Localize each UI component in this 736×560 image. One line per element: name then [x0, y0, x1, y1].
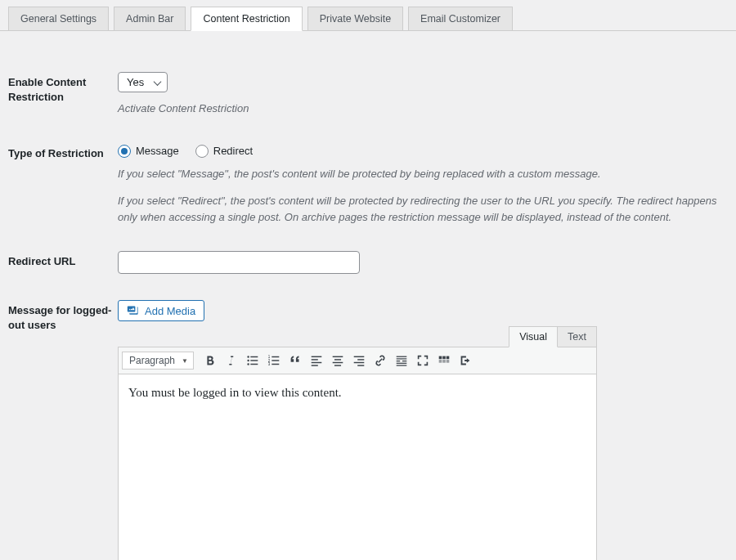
svg-point-4 [247, 363, 249, 365]
radio-circle-icon [195, 145, 209, 158]
svg-point-2 [247, 360, 249, 361]
svg-rect-28 [397, 363, 407, 364]
svg-rect-18 [333, 362, 343, 363]
editor-content-area[interactable]: You must be logged in to view this conte… [118, 374, 597, 560]
settings-tabs: General Settings Admin Bar Content Restr… [0, 0, 736, 31]
label-enable-content-restriction: Enable Content Restriction [8, 72, 118, 105]
align-right-button[interactable] [349, 351, 369, 370]
link-icon [373, 353, 388, 368]
label-type-of-restriction: Type of Restriction [8, 143, 118, 161]
radio-label-redirect: Redirect [213, 145, 253, 157]
svg-rect-1 [250, 356, 258, 357]
svg-rect-3 [250, 360, 258, 361]
svg-rect-30 [439, 356, 442, 360]
distraction-free-button[interactable] [456, 351, 475, 370]
editor-tab-text[interactable]: Text [558, 326, 597, 347]
align-center-button[interactable] [328, 351, 348, 370]
enable-content-restriction-select[interactable]: Yes [118, 72, 168, 92]
tab-admin-bar[interactable]: Admin Bar [114, 7, 186, 30]
bullet-list-icon [245, 353, 260, 368]
svg-rect-27 [402, 361, 406, 361]
numbered-list-button[interactable]: 123 [264, 351, 284, 370]
svg-rect-9 [272, 360, 279, 361]
row-type-of-restriction: Type of Restriction Message Redirect If … [8, 143, 728, 226]
help-enable-content-restriction: Activate Content Restriction [118, 101, 728, 117]
restriction-type-radio-group: Message Redirect [118, 143, 728, 158]
fullscreen-icon [415, 353, 430, 368]
svg-rect-24 [397, 356, 407, 357]
svg-rect-13 [312, 359, 318, 360]
italic-icon [224, 353, 239, 368]
row-message-logged-out: Message for logged-out users Add Media V… [8, 300, 728, 560]
bold-icon [203, 353, 218, 368]
svg-rect-32 [447, 356, 450, 360]
editor-tab-visual[interactable]: Visual [509, 326, 558, 347]
radio-redirect[interactable]: Redirect [195, 145, 253, 158]
editor-mode-tabs: Visual Text [118, 326, 597, 347]
radio-message[interactable]: Message [118, 145, 179, 158]
label-redirect-url: Redirect URL [8, 251, 118, 269]
add-media-icon [127, 304, 140, 317]
bold-button[interactable] [200, 351, 220, 370]
svg-rect-7 [272, 356, 279, 357]
svg-rect-16 [333, 356, 343, 357]
svg-rect-14 [312, 362, 322, 363]
editor-content-text: You must be logged in to view this conte… [128, 386, 342, 399]
align-right-icon [352, 353, 366, 368]
insert-more-button[interactable] [392, 351, 411, 370]
svg-rect-31 [442, 356, 446, 360]
blockquote-icon [288, 353, 303, 368]
add-media-button[interactable]: Add Media [118, 300, 204, 321]
wysiwyg-editor: Visual Text Paragraph 123 [118, 326, 597, 560]
editor-toolbar: Paragraph 123 [118, 347, 597, 374]
svg-rect-25 [397, 358, 407, 359]
toolbar-toggle-icon [437, 353, 451, 368]
tab-general-settings[interactable]: General Settings [8, 7, 109, 30]
svg-rect-23 [357, 365, 364, 365]
blockquote-button[interactable] [285, 351, 305, 370]
link-button[interactable] [370, 351, 390, 370]
insert-more-icon [394, 353, 409, 368]
svg-rect-34 [442, 360, 446, 363]
svg-rect-29 [397, 365, 407, 365]
svg-rect-21 [357, 359, 364, 360]
svg-rect-35 [447, 360, 450, 363]
svg-text:3: 3 [268, 362, 271, 366]
radio-circle-icon [118, 145, 131, 158]
align-left-button[interactable] [307, 351, 326, 370]
row-enable-content-restriction: Enable Content Restriction Yes Activate … [8, 72, 728, 117]
tab-panel-content-restriction: Enable Content Restriction Yes Activate … [0, 72, 736, 560]
svg-rect-22 [354, 362, 365, 363]
svg-rect-5 [250, 364, 258, 365]
svg-rect-19 [334, 365, 341, 365]
align-center-icon [330, 353, 345, 368]
svg-rect-15 [312, 365, 318, 365]
toolbar-toggle-button[interactable] [434, 351, 454, 370]
bullet-list-button[interactable] [243, 351, 263, 370]
help-restriction-message: If you select "Message", the post's cont… [118, 166, 728, 182]
numbered-list-icon: 123 [267, 353, 281, 368]
svg-rect-33 [439, 360, 442, 363]
tab-private-website[interactable]: Private Website [307, 7, 403, 30]
svg-rect-26 [397, 361, 401, 361]
redirect-url-input[interactable] [118, 251, 360, 274]
svg-rect-20 [354, 356, 365, 357]
select-value: Yes [127, 76, 144, 88]
svg-rect-12 [312, 356, 322, 357]
paragraph-format-select[interactable]: Paragraph [122, 352, 194, 370]
svg-point-0 [247, 356, 249, 357]
exit-icon [458, 353, 473, 368]
help-restriction-redirect: If you select "Redirect", the post's con… [118, 193, 728, 225]
italic-button[interactable] [222, 351, 241, 370]
align-left-icon [309, 353, 324, 368]
svg-rect-11 [272, 364, 279, 365]
tab-email-customizer[interactable]: Email Customizer [408, 7, 513, 30]
radio-label-message: Message [136, 145, 179, 157]
row-redirect-url: Redirect URL [8, 251, 728, 274]
tab-content-restriction[interactable]: Content Restriction [191, 7, 302, 31]
fullscreen-button[interactable] [413, 351, 433, 370]
label-message-logged-out: Message for logged-out users [8, 300, 118, 333]
svg-rect-17 [334, 359, 341, 360]
add-media-label: Add Media [145, 305, 195, 317]
